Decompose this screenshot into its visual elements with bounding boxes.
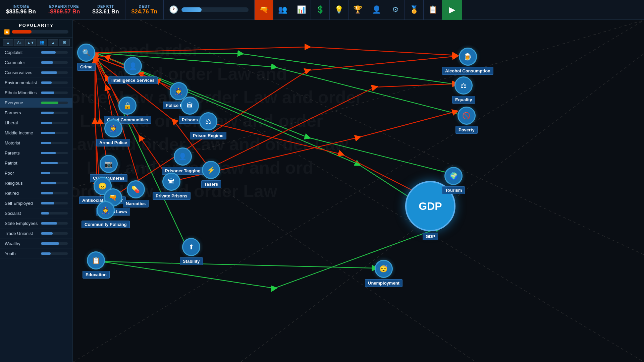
debt-value: $24.76 Tn bbox=[131, 8, 158, 15]
voter-name: State Employees bbox=[5, 221, 38, 226]
income-value: $835.96 Bn bbox=[6, 8, 36, 15]
node-community[interactable]: 👮 Community Policing bbox=[82, 201, 130, 228]
nav-dollar[interactable]: 💲 bbox=[311, 0, 329, 20]
community-label: Community Policing bbox=[82, 221, 130, 228]
voter-item[interactable]: Capitalist bbox=[0, 48, 72, 58]
voter-item[interactable]: Middle Income bbox=[0, 128, 72, 138]
voter-bar bbox=[41, 192, 68, 194]
gdp-label: GDP bbox=[423, 233, 438, 240]
tourism-icon: 🌍 bbox=[444, 167, 463, 185]
nav-list[interactable]: 📋 bbox=[423, 0, 442, 20]
pop-bar-fill bbox=[12, 30, 32, 34]
expenditure-value: -$869.57 Bn bbox=[48, 8, 80, 15]
voter-name: Religious bbox=[5, 181, 22, 186]
node-crime[interactable]: 🔍 Crime bbox=[77, 44, 96, 71]
voter-bar bbox=[41, 142, 68, 144]
nav-medal[interactable]: 🏅 bbox=[405, 0, 423, 20]
expenditure-block: EXPENDITURE -$869.57 Bn bbox=[42, 0, 87, 19]
education-icon: 📋 bbox=[87, 251, 105, 269]
node-prison-regime[interactable]: ⚖ Prison Regime bbox=[190, 112, 226, 139]
nav-bulb[interactable]: 💡 bbox=[329, 0, 348, 20]
filter-up[interactable]: ▲ bbox=[3, 39, 13, 46]
nav-gun[interactable]: 🔫 bbox=[254, 0, 273, 20]
equality-icon: ⚖ bbox=[454, 76, 473, 95]
nav-chart[interactable]: 📊 bbox=[292, 0, 311, 20]
prison-regime-label: Prison Regime bbox=[190, 132, 226, 139]
deficit-block: DEFICIT $33.61 Bn bbox=[86, 0, 125, 19]
voter-item[interactable]: Parents bbox=[0, 148, 72, 158]
armed-police-icon: 👮 bbox=[104, 119, 122, 137]
node-intelligence[interactable]: 👤 Intelligence Services bbox=[108, 57, 158, 84]
filter-up2[interactable]: ▲ bbox=[48, 39, 59, 46]
svg-line-3 bbox=[73, 20, 644, 188]
node-unemployment[interactable]: 😴 Unemployment bbox=[365, 260, 402, 287]
voter-item[interactable]: Ethnic Minorities bbox=[0, 88, 72, 98]
nav-trophy[interactable]: 🏆 bbox=[348, 0, 367, 20]
prisoner-tagging-icon: 👤 bbox=[174, 147, 192, 166]
voter-bar-fill bbox=[41, 152, 56, 154]
node-stability[interactable]: ⬆ Stability bbox=[180, 238, 203, 265]
voter-item[interactable]: Farmers bbox=[0, 108, 72, 118]
education-label: Education bbox=[83, 271, 110, 279]
voter-name: Trade Unionist bbox=[5, 231, 33, 236]
voter-name: Capitalist bbox=[5, 50, 22, 55]
voter-bar bbox=[41, 152, 68, 154]
node-poverty[interactable]: 🚫 Poverty bbox=[455, 107, 478, 134]
nav-people[interactable]: 👥 bbox=[273, 0, 292, 20]
voter-bar-fill bbox=[41, 202, 54, 204]
voter-name: Wealthy bbox=[5, 241, 20, 246]
voter-name: Everyone bbox=[5, 100, 23, 105]
cctv-icon: 📷 bbox=[100, 155, 118, 173]
voter-item[interactable]: Religious bbox=[0, 178, 72, 188]
node-tasers[interactable]: ⚡ Tasers bbox=[201, 161, 221, 188]
intelligence-icon: 👤 bbox=[124, 57, 142, 75]
filter-grid[interactable]: ⊞ bbox=[59, 39, 70, 46]
voter-item[interactable]: Patriot bbox=[0, 158, 72, 168]
voter-bar-fill bbox=[41, 162, 58, 164]
nav-person[interactable]: 👤 bbox=[367, 0, 386, 20]
voter-item[interactable]: Conservatives bbox=[0, 68, 72, 78]
voter-item[interactable]: State Employees bbox=[0, 219, 72, 229]
node-education[interactable]: 📋 Education bbox=[83, 251, 110, 279]
popularity-bar-row: 🔼 bbox=[4, 29, 68, 35]
voter-item[interactable]: Socialist bbox=[0, 208, 72, 219]
voter-name: Environmentalist bbox=[5, 80, 37, 85]
node-alcohol[interactable]: 🍺 Alcohol Consumption bbox=[442, 48, 493, 75]
node-armed-police[interactable]: 👮 Armed Police bbox=[96, 119, 130, 146]
voter-bar-fill bbox=[41, 71, 57, 74]
nav-settings[interactable]: ⚙ bbox=[386, 0, 405, 20]
voter-bar bbox=[41, 182, 68, 184]
voter-list: Capitalist Commuter Conservatives Enviro… bbox=[0, 48, 72, 362]
voter-item[interactable]: Motorist bbox=[0, 138, 72, 148]
voter-bar bbox=[41, 252, 68, 255]
voter-item[interactable]: Retired bbox=[0, 188, 72, 198]
node-private-prisons[interactable]: 🏛 Private Prisons bbox=[153, 173, 191, 200]
voter-item[interactable]: Trade Unionist bbox=[0, 229, 72, 239]
voter-bar-fill bbox=[41, 102, 58, 104]
node-equality[interactable]: ⚖ Equality bbox=[452, 76, 475, 104]
voter-item[interactable]: Liberal bbox=[0, 118, 72, 128]
voter-item[interactable]: Environmentalist bbox=[0, 78, 72, 88]
equality-label: Equality bbox=[452, 96, 475, 104]
nav-play[interactable]: ▶ bbox=[442, 0, 462, 20]
voter-bar-fill bbox=[41, 252, 51, 255]
voter-bar bbox=[41, 112, 68, 114]
node-prisoner-tagging[interactable]: 👤 Prisoner Tagging bbox=[162, 147, 204, 175]
voter-item[interactable]: Poor bbox=[0, 168, 72, 178]
node-tourism[interactable]: 🌍 Tourism bbox=[442, 167, 465, 194]
voter-name: Middle Income bbox=[5, 130, 33, 135]
income-block: INCOME $835.96 Bn bbox=[0, 0, 42, 19]
canvas-area: Law and order Law and order Law and orde… bbox=[73, 20, 644, 362]
voter-item[interactable]: Wealthy bbox=[0, 239, 72, 249]
voter-item[interactable]: Everyone bbox=[0, 98, 72, 108]
voter-item[interactable]: Self Employed bbox=[0, 198, 72, 208]
voter-bar-fill bbox=[41, 142, 51, 144]
filter-az[interactable]: Az bbox=[14, 39, 25, 46]
filter-group[interactable]: ▲▼ bbox=[25, 39, 36, 46]
timer-progress bbox=[181, 7, 249, 12]
voter-item[interactable]: Commuter bbox=[0, 58, 72, 68]
filter-group2[interactable]: 👥 bbox=[37, 39, 47, 46]
unemployment-label: Unemployment bbox=[365, 279, 402, 287]
alcohol-icon: 🍺 bbox=[459, 48, 477, 66]
voter-item[interactable]: Youth bbox=[0, 249, 72, 259]
